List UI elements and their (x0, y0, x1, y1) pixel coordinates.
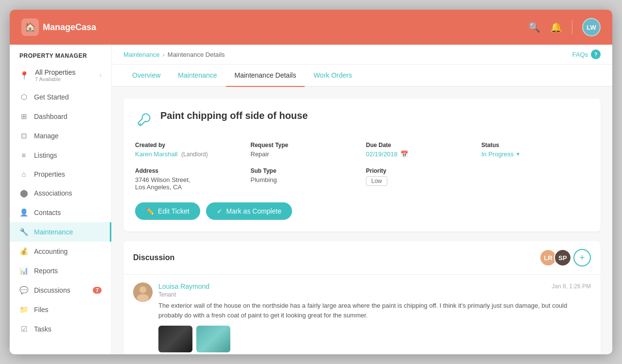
sidebar-item-label: Get Started (34, 93, 69, 101)
field-created-by: Created by Karen Marshall (Landlord) (135, 142, 243, 158)
sidebar-item-label: Contacts (34, 209, 61, 216)
location-icon: 📍 (19, 71, 29, 80)
discussion-header: Discussion LR SP + (123, 241, 601, 275)
header-actions: 🔍 🔔 LW (528, 18, 601, 36)
mark-complete-label: Mark as Complete (226, 207, 282, 215)
status-label: Status (482, 142, 589, 149)
comment-time: Jan 8, 1:26 PM (552, 283, 591, 290)
faq-label: FAQs (572, 51, 588, 58)
sidebar-item-accounting[interactable]: 💰 Accounting (10, 242, 111, 261)
breadcrumb-separator: › (162, 51, 164, 58)
comment-body: Louisa Raymond Jan 8, 1:26 PM Tenant The… (158, 282, 591, 352)
listings-icon: ≡ (19, 151, 28, 159)
address-line1: 3746 Wilson Street, (135, 176, 243, 183)
ticket-title: Paint chipping off side of house (160, 110, 308, 121)
sidebar-item-label: Dashboard (34, 113, 68, 120)
svg-point-3 (137, 294, 149, 302)
sub-type-value: Plumbing (251, 176, 359, 183)
logo-icon: 🏠 (21, 18, 39, 36)
tab-overview[interactable]: Overview (123, 65, 169, 87)
app-header: 🏠 ManageCasa 🔍 🔔 LW (10, 10, 612, 45)
wrench-icon (135, 111, 153, 132)
comment-meta: Louisa Raymond Jan 8, 1:26 PM (158, 282, 591, 290)
sidebar-item-files[interactable]: 📁 Files (10, 300, 111, 319)
sidebar-item-discussions[interactable]: 💬 Discussions 7 (10, 281, 111, 300)
sidebar-item-reports[interactable]: 📊 Reports (10, 261, 111, 281)
add-participant-button[interactable]: + (573, 249, 591, 266)
edit-ticket-label: Edit Ticket (158, 207, 190, 215)
sidebar-item-listings[interactable]: ≡ Listings (10, 146, 111, 165)
comment-author[interactable]: Louisa Raymond (158, 282, 209, 290)
field-sub-type: Sub Type Plumbing (251, 167, 359, 191)
faq-icon: ? (591, 50, 601, 59)
all-properties-label: All Properties (35, 68, 94, 76)
sidebar-item-label: Listings (34, 151, 57, 159)
tab-work-orders[interactable]: Work Orders (305, 65, 361, 87)
sidebar-item-dashboard[interactable]: ⊞ Dashboard (10, 107, 111, 126)
priority-badge: Low (366, 176, 387, 186)
main-content-area: Maintenance › Maintenance Details FAQs ?… (112, 45, 612, 354)
sidebar-item-contacts[interactable]: 👤 Contacts (10, 203, 111, 222)
sidebar-item-get-started[interactable]: ⬡ Get Started (10, 87, 111, 107)
priority-label: Priority (366, 167, 474, 174)
commenter-avatar (133, 282, 153, 302)
edit-ticket-button[interactable]: ✏️ Edit Ticket (135, 202, 200, 220)
associations-icon: ⬤ (19, 189, 28, 198)
faq-link[interactable]: FAQs ? (572, 50, 601, 59)
ticket-header: Paint chipping off side of house (135, 110, 589, 132)
contacts-icon: 👤 (19, 208, 28, 217)
created-by-label: Created by (135, 142, 243, 149)
notifications-icon[interactable]: 🔔 (550, 21, 562, 33)
dashboard-icon: ⊞ (19, 112, 28, 121)
pencil-icon: ✏️ (146, 207, 154, 215)
field-status: Status In Progress ▼ (482, 142, 589, 158)
created-by-role: (Landlord) (181, 151, 208, 158)
status-text: In Progress (482, 150, 514, 158)
ticket-fields: Created by Karen Marshall (Landlord) Req… (135, 142, 589, 191)
sidebar-item-label: Reports (34, 267, 58, 275)
field-priority: Priority Low (366, 167, 474, 191)
created-by-value: Karen Marshall (Landlord) (135, 150, 243, 158)
sidebar-item-associations[interactable]: ⬤ Associations (10, 183, 111, 203)
due-date-value: 02/19/2018 📅 (366, 150, 474, 158)
avatar[interactable]: LW (582, 18, 601, 36)
ticket-card: Paint chipping off side of house Created… (123, 99, 601, 232)
header-divider (572, 20, 572, 34)
sidebar-item-label: Tasks (34, 325, 52, 333)
breadcrumb-bar: Maintenance › Maintenance Details FAQs ? (112, 45, 612, 65)
request-type-value: Repair (251, 150, 359, 158)
tab-maintenance-details[interactable]: Maintenance Details (226, 65, 305, 87)
sidebar-item-maintenance[interactable]: 🔧 Maintenance (10, 222, 111, 242)
page-content: Paint chipping off side of house Created… (112, 87, 612, 354)
request-type-label: Request Type (251, 142, 359, 149)
discussion-avatars: LR SP + (539, 249, 591, 266)
sidebar-item-label: Files (34, 306, 49, 314)
due-date-text[interactable]: 02/19/2018 (366, 150, 397, 158)
sidebar-item-label: Accounting (34, 248, 68, 255)
field-request-type: Request Type Repair (251, 142, 359, 158)
status-dropdown-icon[interactable]: ▼ (516, 151, 520, 157)
search-icon[interactable]: 🔍 (528, 21, 540, 33)
comment-image-2[interactable] (196, 326, 230, 352)
calendar-icon[interactable]: 📅 (400, 150, 408, 158)
tabs-bar: Overview Maintenance Maintenance Details… (112, 65, 612, 87)
sidebar-item-properties[interactable]: ⌂ Properties (10, 165, 111, 183)
breadcrumb-parent[interactable]: Maintenance (123, 51, 159, 58)
sidebar-item-all-properties[interactable]: 📍 All Properties 7 Available › (10, 63, 111, 87)
breadcrumb-current: Maintenance Details (168, 51, 225, 58)
sidebar-item-manage[interactable]: ⊡ Manage (10, 126, 111, 146)
ticket-actions: ✏️ Edit Ticket ✓ Mark as Complete (135, 202, 589, 220)
created-by-name[interactable]: Karen Marshall (135, 150, 177, 158)
sidebar-section-title: Property Manager (10, 45, 111, 63)
comment-image-1[interactable] (158, 326, 192, 352)
properties-icon: ⌂ (19, 170, 28, 178)
sidebar-item-tasks[interactable]: ☑ Tasks (10, 319, 111, 339)
tab-maintenance[interactable]: Maintenance (169, 65, 225, 87)
get-started-icon: ⬡ (19, 93, 28, 101)
sidebar-item-label: Discussions (34, 286, 70, 294)
chevron-right-icon: › (100, 72, 102, 79)
sidebar-item-label: Manage (34, 132, 59, 140)
files-icon: 📁 (19, 305, 28, 314)
comment-role: Tenant (158, 291, 591, 298)
mark-complete-button[interactable]: ✓ Mark as Complete (206, 202, 293, 220)
